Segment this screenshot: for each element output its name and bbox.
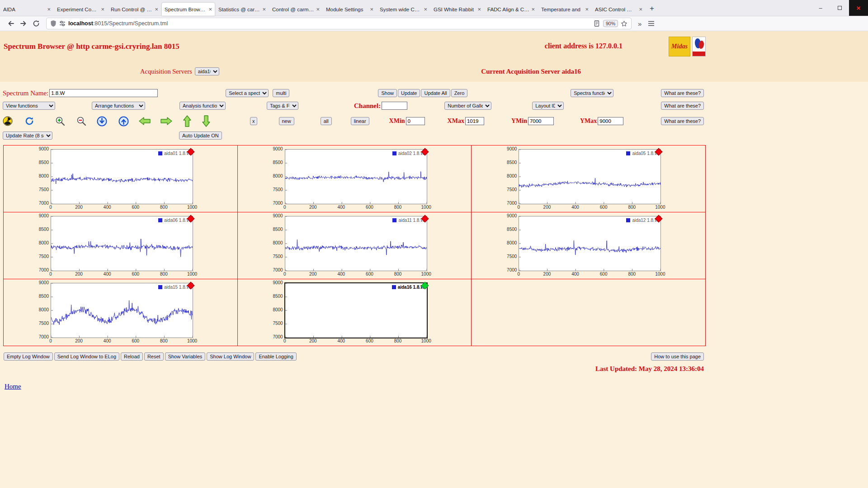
menu-button[interactable]	[648, 20, 655, 28]
pan-left-button[interactable]	[139, 117, 151, 125]
browser-tab[interactable]: Spectrum Browser×	[162, 3, 215, 16]
arrange-functions-dropdown[interactable]: Arrange functions	[92, 102, 145, 110]
overflow-chevron-icon[interactable]: »	[638, 20, 642, 28]
site-permissions-icon[interactable]	[59, 20, 66, 27]
browser-tab[interactable]: GSI White Rabbit×	[431, 3, 484, 16]
plot-area[interactable]: aida05 1.8.W	[519, 149, 661, 204]
spectrum-name-input[interactable]	[49, 89, 158, 97]
tab-close-icon[interactable]: ×	[101, 6, 104, 13]
pan-up-button[interactable]	[183, 115, 191, 127]
plot-area[interactable]: aida06 1.8.W	[51, 216, 193, 271]
what-are-these-button-1[interactable]: What are these?	[661, 89, 704, 97]
plot-area[interactable]: aida02 1.8.W	[285, 149, 427, 204]
tags-fits-dropdown[interactable]: Tags & Fits	[267, 102, 298, 110]
tab-close-icon[interactable]: ×	[531, 6, 535, 13]
footer-button[interactable]: Show Log Window	[207, 352, 254, 361]
spectrum-panel-aida11[interactable]: 9000850080007500700002004006008001000aid…	[238, 212, 472, 279]
tab-close-icon[interactable]: ×	[585, 6, 589, 13]
x-axis-button[interactable]: x	[250, 117, 257, 125]
scale-down-button[interactable]	[97, 116, 107, 127]
show-button[interactable]: Show	[378, 89, 397, 97]
footer-button[interactable]: Empty Log Window	[4, 352, 53, 361]
browser-tab[interactable]: Temperature and×	[538, 3, 591, 16]
spectrum-panel-aida16[interactable]: 9000850080007500700002004006008001000aid…	[238, 279, 472, 346]
tab-close-icon[interactable]: ×	[477, 6, 481, 13]
zoom-level-badge[interactable]: 90%	[603, 20, 618, 27]
tab-close-icon[interactable]: ×	[262, 6, 266, 13]
plot-area[interactable]: aida15 1.8.W	[51, 283, 193, 338]
footer-button[interactable]: Enable Logging	[255, 352, 296, 361]
minimize-button[interactable]: –	[811, 0, 830, 16]
pan-right-button[interactable]	[160, 117, 172, 125]
new-tab-button[interactable]: +	[646, 2, 658, 15]
tab-close-icon[interactable]: ×	[424, 6, 427, 13]
footer-button[interactable]: Reload	[121, 352, 143, 361]
what-are-these-button-2[interactable]: What are these?	[661, 102, 704, 110]
analysis-functions-dropdown[interactable]: Analysis functions	[179, 102, 226, 110]
spectrum-panel-aida15[interactable]: 9000850080007500700002004006008001000aid…	[4, 279, 238, 346]
view-functions-dropdown[interactable]: View functions	[3, 102, 55, 110]
ymin-input[interactable]	[528, 117, 554, 125]
pan-down-button[interactable]	[202, 115, 210, 127]
auto-update-button[interactable]: Auto Update ON	[179, 131, 222, 140]
spectrum-panel-aida06[interactable]: 9000850080007500700002004006008001000aid…	[4, 212, 238, 279]
new-button[interactable]: new	[279, 117, 294, 125]
update-rate-dropdown[interactable]: Update Rate (8 secs)	[3, 131, 52, 140]
browser-tab[interactable]: AIDA×	[0, 3, 53, 16]
browser-tab[interactable]: System wide Check×	[377, 3, 430, 16]
radiation-button[interactable]	[3, 116, 13, 126]
refresh-button[interactable]	[24, 116, 34, 126]
plot-area[interactable]: aida16 1.8.W	[284, 282, 428, 338]
spectra-functions-dropdown[interactable]: Spectra functions	[571, 89, 613, 97]
layout-id-dropdown[interactable]: Layout ID=7	[532, 102, 564, 110]
reload-button[interactable]	[30, 18, 42, 29]
select-spectrum-dropdown[interactable]: Select a spectrum	[226, 89, 269, 97]
tab-close-icon[interactable]: ×	[47, 6, 51, 13]
browser-tab[interactable]: ASIC Control @ lo×	[592, 3, 645, 16]
acquisition-server-select[interactable]: aida16	[195, 67, 219, 75]
footer-button[interactable]: Send Log Window to ELog	[54, 352, 119, 361]
close-button[interactable]: ×	[849, 0, 868, 16]
tab-close-icon[interactable]: ×	[639, 6, 642, 13]
tab-close-icon[interactable]: ×	[155, 6, 158, 13]
linear-button[interactable]: linear	[351, 117, 369, 125]
number-of-galleries-dropdown[interactable]: Number of Galleries	[444, 102, 491, 110]
spectrum-panel-aida12[interactable]: 9000850080007500700002004006008001000aid…	[472, 212, 706, 279]
browser-tab[interactable]: Statistics @ carme×	[216, 3, 269, 16]
url-bar[interactable]: localhost:8015/Spectrum/Spectrum.tml 90%	[46, 18, 632, 29]
shield-icon[interactable]	[50, 20, 57, 27]
update-button[interactable]: Update	[398, 89, 420, 97]
footer-button[interactable]: Show Variables	[165, 352, 206, 361]
reader-mode-icon[interactable]	[594, 20, 600, 27]
tab-close-icon[interactable]: ×	[316, 6, 320, 13]
what-are-these-button-3[interactable]: What are these?	[661, 117, 704, 125]
xmin-input[interactable]	[406, 117, 425, 125]
how-to-use-button[interactable]: How to use this page	[651, 352, 704, 361]
browser-tab[interactable]: Run Control @ crme×	[108, 3, 161, 16]
home-link[interactable]: Home	[5, 383, 21, 390]
zoom-in-button[interactable]	[55, 116, 66, 127]
xmax-input[interactable]	[465, 117, 484, 125]
multi-button[interactable]: multi	[273, 89, 289, 97]
tab-close-icon[interactable]: ×	[208, 6, 212, 13]
spectrum-panel-aida05[interactable]: 9000850080007500700002004006008001000aid…	[472, 145, 706, 212]
browser-tab[interactable]: Control @ carme-g×	[269, 3, 322, 16]
maximize-button[interactable]	[830, 0, 849, 16]
tab-close-icon[interactable]: ×	[370, 6, 373, 13]
back-button[interactable]	[5, 18, 17, 29]
channel-input[interactable]	[382, 102, 407, 110]
update-all-button[interactable]: Update All	[421, 89, 450, 97]
bookmark-star-icon[interactable]	[621, 20, 627, 27]
plot-area[interactable]: aida01 1.8.W	[51, 149, 193, 204]
footer-button[interactable]: Reset	[144, 352, 164, 361]
spectrum-panel-aida01[interactable]: 9000850080007500700002004006008001000aid…	[4, 145, 238, 212]
forward-button[interactable]	[17, 18, 30, 29]
browser-tab[interactable]: Experiment Control×	[54, 3, 107, 16]
zero-button[interactable]: Zero	[451, 89, 468, 97]
plot-area[interactable]: aida12 1.8.W	[519, 216, 661, 271]
zoom-out-button[interactable]	[76, 116, 87, 127]
all-button[interactable]: all	[321, 117, 332, 125]
scale-up-button[interactable]	[118, 116, 129, 127]
browser-tab[interactable]: Module Settings×	[323, 3, 376, 16]
ymax-input[interactable]	[598, 117, 623, 125]
